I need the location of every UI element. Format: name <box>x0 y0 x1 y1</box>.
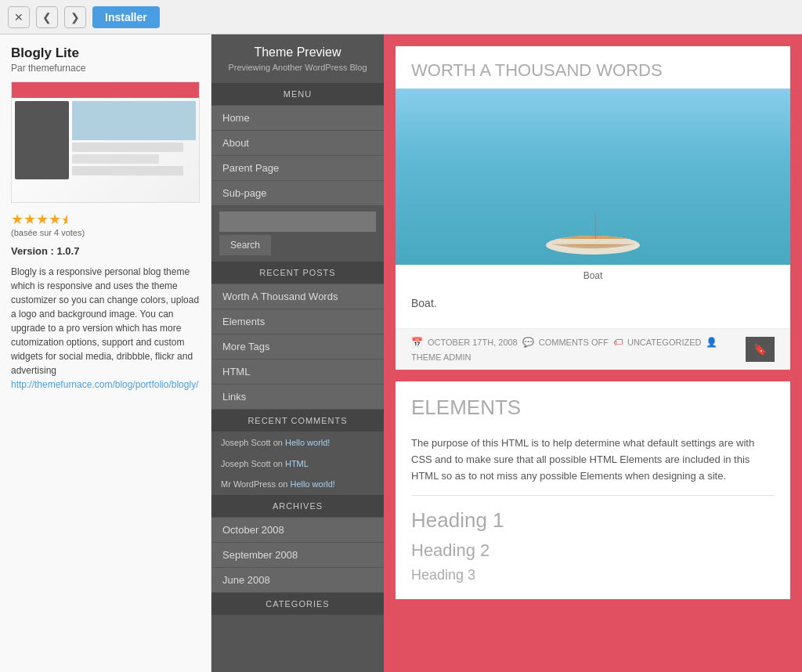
post-comments: COMMENTS OFF <box>539 338 609 347</box>
sidebar-item-post-2[interactable]: Elements <box>211 309 384 334</box>
post-card-2: ELEMENTS The purpose of this HTML is to … <box>396 381 790 599</box>
post-category: UNCATEGORIZED <box>627 338 702 347</box>
search-input[interactable] <box>219 211 376 232</box>
post-title-1: WORTH A THOUSAND WORDS <box>396 46 790 89</box>
sidebar-item-post-1[interactable]: Worth A Thousand Words <box>211 284 384 309</box>
rating-text: (basée sur 4 votes) <box>11 228 200 237</box>
bookmark-button[interactable]: 🔖 <box>746 337 775 362</box>
comment-item-2: Joseph Scott on HTML <box>211 453 384 475</box>
menu-header: MENU <box>211 83 384 105</box>
recent-posts-header: RECENT POSTS <box>211 262 384 284</box>
calendar-icon: 📅 <box>411 337 423 348</box>
post-date: OCTOBER 17TH, 2008 <box>428 338 518 347</box>
categories-header: CATEGORIES <box>211 593 384 615</box>
post-title-2: ELEMENTS <box>396 381 790 428</box>
sidebar-item-post-4[interactable]: HTML <box>211 359 384 384</box>
toolbar: ✕ ❮ ❯ Installer <box>0 0 802 34</box>
sidebar-subtitle: Previewing Another WordPress Blog <box>211 63 384 83</box>
forward-button[interactable]: ❯ <box>64 6 86 28</box>
version-text: Version : 1.0.7 <box>11 245 200 257</box>
back-button[interactable]: ❮ <box>36 6 58 28</box>
post-body-1: Boat. <box>396 286 790 328</box>
comment-item-3: Mr WordPress on Hello world! <box>211 474 384 495</box>
description-text: Blogly is a responsive personal blog the… <box>11 265 200 392</box>
sidebar-item-home[interactable]: Home <box>211 106 384 130</box>
sidebar-item-archive-2[interactable]: September 2008 <box>211 543 384 567</box>
post-image-1 <box>396 89 790 265</box>
elements-description: The purpose of this HTML is to help dete… <box>411 435 775 484</box>
archives-header: ARCHIVES <box>211 495 384 517</box>
sidebar-title: Theme Preview <box>211 34 384 63</box>
theme-preview-image <box>11 81 200 203</box>
close-button[interactable]: ✕ <box>8 6 30 28</box>
comment-icon: 💬 <box>522 337 534 348</box>
theme-title: Blogly Lite <box>11 45 200 61</box>
post-card-1: WORTH A THOUSAND WORDS Boat <box>396 46 790 370</box>
heading-3: Heading 3 <box>411 564 775 587</box>
author-icon: 👤 <box>706 337 717 348</box>
elements-divider <box>411 495 775 496</box>
install-button[interactable]: Installer <box>92 6 160 28</box>
stars-icon: ★★★★ <box>11 211 61 227</box>
boat-svg <box>515 194 671 265</box>
theme-link[interactable]: http://themefurnace.com/blog/portfolio/b… <box>11 379 198 390</box>
content-panel: WORTH A THOUSAND WORDS Boat <box>384 34 802 672</box>
sidebar-item-sub-page[interactable]: Sub-page <box>211 181 384 205</box>
comment-link-2[interactable]: HTML <box>285 459 309 468</box>
post-meta-1: 📅 OCTOBER 17TH, 2008 💬 COMMENTS OFF 🏷 UN… <box>396 328 790 370</box>
heading-2: Heading 2 <box>411 537 775 564</box>
sidebar-item-post-3[interactable]: More Tags <box>211 334 384 359</box>
sidebar-item-post-5[interactable]: Links <box>211 385 384 409</box>
comment-link-3[interactable]: Hello world! <box>290 479 334 489</box>
search-button[interactable]: Search <box>219 235 271 255</box>
comment-item-1: Joseph Scott on Hello world! <box>211 432 384 453</box>
heading-1: Heading 1 <box>411 504 775 537</box>
category-icon: 🏷 <box>613 337 623 348</box>
post-meta-left-1: 📅 OCTOBER 17TH, 2008 💬 COMMENTS OFF 🏷 UN… <box>411 337 739 362</box>
sidebar-panel: Theme Preview Previewing Another WordPre… <box>211 34 384 672</box>
sidebar-item-archive-3[interactable]: June 2008 <box>211 568 384 592</box>
main-container: Blogly Lite Par themefurnace ★★★★⯨ <box>0 34 802 672</box>
left-panel: Blogly Lite Par themefurnace ★★★★⯨ <box>0 34 211 672</box>
post-author: THEME ADMIN <box>411 352 471 362</box>
sidebar-item-about[interactable]: About <box>211 131 384 155</box>
image-caption-1: Boat <box>396 265 790 286</box>
comment-link-1[interactable]: Hello world! <box>285 438 330 447</box>
recent-comments-header: RECENT COMMENTS <box>211 410 384 432</box>
half-star-icon: ⯨ <box>61 214 72 226</box>
post-body-2: The purpose of this HTML is to help dete… <box>396 428 790 599</box>
theme-author: Par themefurnace <box>11 63 200 74</box>
sidebar-item-archive-1[interactable]: October 2008 <box>211 518 384 542</box>
star-rating: ★★★★⯨ <box>11 211 200 228</box>
sidebar-item-parent-page[interactable]: Parent Page <box>211 156 384 180</box>
